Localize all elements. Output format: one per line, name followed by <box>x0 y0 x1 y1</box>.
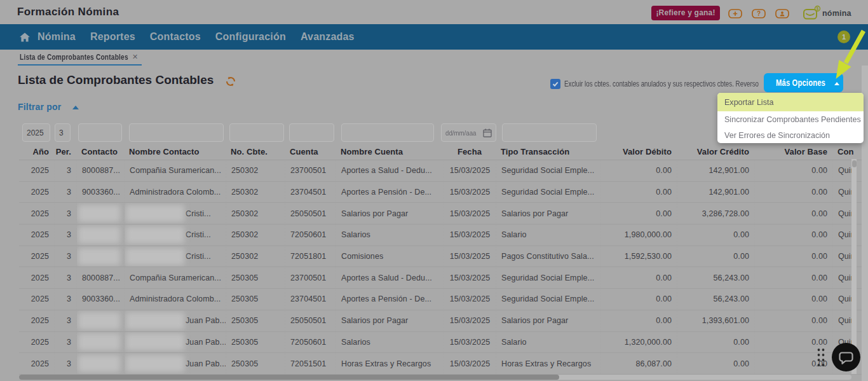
refer-and-win-button[interactable]: ¡Refiere y gana! <box>651 6 720 20</box>
cell-text: Cristi... <box>186 209 211 218</box>
nav-item-contactos[interactable]: Contactos <box>150 31 201 43</box>
table-row[interactable]: 202539003360...Administradora Colomb...2… <box>19 182 868 204</box>
table-row[interactable]: 20253Juan Pab...25030525050501Salarios p… <box>19 310 868 332</box>
column-header-0[interactable]: Año <box>19 144 54 160</box>
table-vertical-scrollbar-thumb[interactable] <box>852 160 857 167</box>
menu-item-label: Ver Errores de Sincronización <box>724 130 830 140</box>
nav-item-nomina[interactable]: Nómina <box>37 31 76 43</box>
filter-input-4[interactable] <box>229 123 284 142</box>
chat-launcher-button[interactable] <box>832 343 860 371</box>
cell-r9-c7: 15/03/2025 <box>444 353 496 374</box>
cell-r0-c4: 250302 <box>226 160 285 181</box>
cell-r6-c4: 250305 <box>226 289 285 310</box>
filter-placeholder: dd/mm/aaa <box>445 129 476 137</box>
redacted-blur <box>126 226 184 244</box>
column-header-5[interactable]: Cuenta <box>285 144 336 160</box>
cell-r6-c8: Seguridad Social Emple... <box>496 289 600 310</box>
cell-r8-c4: 250305 <box>226 332 285 353</box>
table-row[interactable]: 20253Cristi...25030225050501Salarios por… <box>19 203 868 225</box>
cell-r0-c7: 15/03/2025 <box>444 160 496 181</box>
table-row[interactable]: 20253Cristi...25030272050601Salarios15/0… <box>19 225 868 246</box>
nav-item-reportes[interactable]: Reportes <box>90 31 135 43</box>
table-row[interactable]: 202538000887...Compañia Suramerican...25… <box>19 160 868 182</box>
exclude-checkbox[interactable] <box>550 79 560 89</box>
table-horizontal-scrollbar-thumb[interactable] <box>19 375 559 380</box>
nomina-logo: $ nómina <box>803 5 863 20</box>
filter-toggle[interactable]: Filtrar por <box>18 102 61 112</box>
exclude-checkbox-label[interactable]: Excluir los cbtes. contables anulados y … <box>564 80 759 88</box>
filter-collapse-icon[interactable] <box>72 106 79 109</box>
cell-r0-c5: 23700501 <box>285 160 336 181</box>
cell-r8-c0: 2025 <box>19 332 54 353</box>
cell-r5-c0: 2025 <box>19 267 54 288</box>
cell-r4-c4: 250302 <box>226 246 285 267</box>
user-icon[interactable] <box>775 9 789 18</box>
nav-item-avanzadas[interactable]: Avanzadas <box>301 31 355 43</box>
filter-input-6[interactable] <box>341 123 434 142</box>
column-header-2[interactable]: Contacto <box>76 144 124 160</box>
cell-r5-c10: 56,243.00 <box>677 267 754 288</box>
cell-r4-c9: 1,592,530.00 <box>600 246 677 267</box>
column-header-1[interactable]: Per. <box>54 144 76 160</box>
cell-r4-c6: Comisiones <box>336 246 444 267</box>
cell-r0-c2: 8000887... <box>76 160 124 181</box>
redacted-blur <box>78 333 120 350</box>
cell-r2-c9: 0.00 <box>600 203 677 224</box>
filter-input-1[interactable]: 3 <box>55 123 71 142</box>
column-header-10[interactable]: Valor Crédito <box>677 144 754 160</box>
column-header-4[interactable]: No. Cbte. <box>226 144 285 160</box>
cell-r7-c8: Salarios por Pagar <box>496 310 600 331</box>
table-row[interactable]: 20253Cristi...25030272051801Comisiones15… <box>19 246 868 268</box>
help-icon[interactable]: ? <box>752 9 766 18</box>
cell-r1-c8: Seguridad Social Emple... <box>496 182 600 203</box>
cell-r4-c3: Cristi... <box>124 246 226 267</box>
table-row[interactable]: 20253Juan Pab...25030572050601Salarios15… <box>19 332 868 354</box>
table-row[interactable]: 202539003360...Administradora Colomb...2… <box>19 289 868 310</box>
cell-r4-c0: 2025 <box>19 246 54 267</box>
cell-r1-c6: Aportes a Pensión - De... <box>336 182 444 203</box>
tab-close-icon[interactable]: ✕ <box>132 53 138 61</box>
filter-input-7[interactable]: dd/mm/aaa <box>441 123 496 142</box>
filter-value: 2025 <box>27 128 44 137</box>
cell-r0-c3: Compañia Suramerican... <box>124 160 226 181</box>
home-icon[interactable] <box>20 32 30 42</box>
cell-r8-c10: 0.00 <box>677 332 754 353</box>
filter-input-8[interactable] <box>502 123 597 142</box>
column-header-8[interactable]: Tipo Transacción <box>496 144 600 160</box>
cell-r6-c3: Administradora Colomb... <box>124 289 226 310</box>
menu-item-exportar-lista[interactable]: Exportar Lista <box>717 93 864 111</box>
filter-input-3[interactable] <box>129 123 224 142</box>
column-header-9[interactable]: Valor Débito <box>600 144 677 160</box>
menu-item-ver-errores-de-sincronizacio-n[interactable]: Ver Errores de Sincronización <box>717 127 864 143</box>
cell-r5-c5: 23700501 <box>285 267 336 288</box>
cell-r3-c11: 0.00 <box>754 225 832 246</box>
cell-r2-c5: 25050501 <box>285 203 336 224</box>
filter-input-2[interactable] <box>78 123 122 142</box>
column-header-7[interactable]: Fecha <box>444 144 496 160</box>
redacted-blur <box>78 355 120 372</box>
more-options-dropdown: Exportar ListaSincronizar Comprobantes P… <box>717 93 864 143</box>
menu-item-sincronizar-comprobantes-pendientes[interactable]: Sincronizar Comprobantes Pendientes <box>717 111 864 127</box>
filter-input-0[interactable]: 2025 <box>22 123 50 142</box>
drag-handle-icon[interactable] <box>817 348 825 367</box>
column-header-3[interactable]: Nombre Contacto <box>124 144 226 160</box>
cell-r3-c10: 0.00 <box>677 225 754 246</box>
table-row[interactable]: 202538000887...Compañia Suramerican...25… <box>19 267 868 289</box>
cell-r5-c8: Seguridad Social Emple... <box>496 267 600 288</box>
add-icon[interactable] <box>728 9 742 18</box>
nav-item-configuracion[interactable]: Configuración <box>215 31 286 43</box>
chat-bubble-icon <box>838 349 855 366</box>
cell-r3-c6: Salarios <box>336 225 444 246</box>
table-row[interactable]: 20253Juan Pab...25030572051501Horas Extr… <box>19 353 868 375</box>
column-header-6[interactable]: Nombre Cuenta <box>336 144 444 160</box>
refresh-icon[interactable] <box>226 76 236 87</box>
cell-r1-c7: 15/03/2025 <box>444 182 496 203</box>
menu-item-label: Sincronizar Comprobantes Pendientes <box>724 114 861 124</box>
cell-r7-c0: 2025 <box>19 310 54 331</box>
cell-r4-c5: 72051801 <box>285 246 336 267</box>
column-header-11[interactable]: Valor Base <box>754 144 832 160</box>
cell-r6-c9: 0.00 <box>600 289 677 310</box>
tab-lista-comprobantes[interactable]: Lista de Comprobantes Contables ✕ <box>18 50 142 66</box>
filter-input-5[interactable] <box>289 123 334 142</box>
table-vertical-scrollbar-track[interactable] <box>851 159 857 374</box>
